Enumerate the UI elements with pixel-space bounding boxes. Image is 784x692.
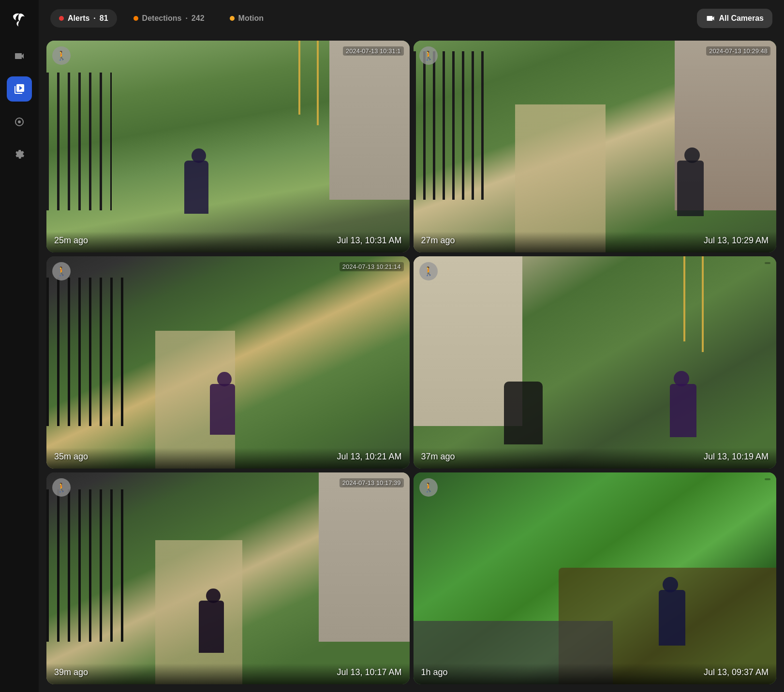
motion-label: Motion	[238, 14, 264, 23]
motion-dot	[230, 16, 235, 21]
person-detection-badge-4: 🚶	[419, 262, 438, 280]
person-detection-badge-6: 🚶	[419, 478, 438, 497]
person-body-5	[199, 601, 224, 653]
camera-icon	[706, 14, 715, 23]
detections-label: Detections	[142, 14, 182, 23]
card-2-background	[414, 41, 777, 252]
card-4-overlay-bottom: 37m ago Jul 13, 10:19 AM	[414, 448, 777, 469]
person-body-2	[677, 161, 704, 216]
sidebar-item-cameras[interactable]	[7, 44, 32, 69]
detections-separator: ·	[185, 14, 187, 23]
person-head-4	[674, 371, 689, 386]
card-6-top-timestamp	[765, 478, 770, 480]
card-3-top-timestamp: 2024-07-13 10:21:14	[340, 262, 404, 271]
dark-object	[504, 382, 543, 444]
card-5-overlay-top: 🚶 2024-07-13 10:17:39	[46, 472, 410, 497]
house-wall-5	[319, 472, 410, 642]
card-6-full-timestamp: Jul 13, 09:37 AM	[704, 667, 769, 677]
sidebar-item-recordings[interactable]	[7, 76, 32, 102]
person-head-3	[217, 372, 232, 386]
card-2-time-ago: 27m ago	[421, 236, 455, 246]
card-3-full-timestamp: Jul 13, 10:21 AM	[337, 452, 401, 462]
video-card-5[interactable]: 🚶 2024-07-13 10:17:39 39m ago Jul 13, 10…	[46, 472, 410, 684]
card-4-time-ago: 37m ago	[421, 452, 455, 462]
person-body-6	[659, 590, 685, 646]
main-content: Alerts · 81 Detections · 242 Motion All …	[39, 0, 784, 692]
card-1-top-timestamp: 2024-07-13 10:31:1	[343, 46, 403, 56]
card-1-background	[46, 41, 410, 252]
card-5-time-ago: 39m ago	[54, 667, 88, 677]
sidebar	[0, 0, 39, 692]
card-3-overlay-top: 🚶 2024-07-13 10:21:14	[46, 256, 410, 280]
alerts-separator: ·	[93, 14, 95, 23]
video-card-2[interactable]: 🚶 2024-07-13 10:29:48 27m ago Jul 13, 10…	[414, 41, 777, 252]
person-body-3	[210, 384, 235, 435]
video-card-1[interactable]: 🚶 2024-07-13 10:31:1 25m ago Jul 13, 10:…	[46, 41, 410, 252]
card-6-overlay-bottom: 1h ago Jul 13, 09:37 AM	[414, 663, 777, 684]
card-3-overlay-bottom: 35m ago Jul 13, 10:21 AM	[46, 448, 410, 469]
video-card-4[interactable]: 🚶 37m ago Jul 13, 10:19 AM	[414, 256, 777, 468]
detections-filter-button[interactable]: Detections · 242	[125, 9, 213, 28]
detections-dot	[133, 16, 138, 21]
card-6-background	[414, 472, 777, 684]
card-1-overlay-bottom: 25m ago Jul 13, 10:31 AM	[46, 232, 410, 252]
person-detection-badge-3: 🚶	[52, 262, 71, 280]
path	[515, 104, 606, 253]
alerts-label: Alerts	[68, 14, 89, 23]
card-3-background	[46, 256, 410, 468]
card-4-overlay-top: 🚶	[414, 256, 777, 280]
video-card-3[interactable]: 🚶 2024-07-13 10:21:14 35m ago Jul 13, 10…	[46, 256, 410, 468]
card-4-full-timestamp: Jul 13, 10:19 AM	[704, 452, 769, 462]
video-grid: 🚶 2024-07-13 10:31:1 25m ago Jul 13, 10:…	[39, 37, 784, 692]
card-5-overlay-bottom: 39m ago Jul 13, 10:17 AM	[46, 663, 410, 684]
card-5-background	[46, 472, 410, 684]
video-card-6[interactable]: 🚶 1h ago Jul 13, 09:37 AM	[414, 472, 777, 684]
alerts-filter-button[interactable]: Alerts · 81	[50, 9, 117, 28]
topbar: Alerts · 81 Detections · 242 Motion All …	[39, 0, 784, 37]
sidebar-item-detections[interactable]	[7, 109, 32, 134]
card-1-full-timestamp: Jul 13, 10:31 AM	[337, 236, 401, 246]
fence-3	[46, 278, 126, 426]
card-1-time-ago: 25m ago	[54, 236, 88, 246]
alerts-count: 81	[100, 14, 108, 23]
detections-count: 242	[192, 14, 205, 23]
card-2-top-timestamp: 2024-07-13 10:29:48	[706, 46, 770, 56]
all-cameras-label: All Cameras	[719, 14, 764, 23]
fence-5	[46, 489, 126, 642]
person-detection-badge-5: 🚶	[52, 478, 71, 497]
person-body	[184, 161, 208, 214]
sidebar-item-settings[interactable]	[7, 142, 32, 167]
svg-point-1	[18, 120, 21, 123]
card-3-time-ago: 35m ago	[54, 452, 88, 462]
card-6-time-ago: 1h ago	[421, 667, 448, 677]
person-detection-badge: 🚶	[52, 46, 71, 65]
card-2-overlay-top: 🚶 2024-07-13 10:29:48	[414, 41, 777, 65]
card-1-overlay-top: 🚶 2024-07-13 10:31:1	[46, 41, 410, 65]
fence	[46, 73, 112, 210]
card-4-background	[414, 256, 777, 468]
card-4-top-timestamp	[765, 262, 770, 264]
alerts-dot	[59, 16, 64, 21]
all-cameras-button[interactable]: All Cameras	[697, 9, 773, 28]
motion-filter-button[interactable]: Motion	[221, 9, 272, 28]
card-2-overlay-bottom: 27m ago Jul 13, 10:29 AM	[414, 232, 777, 252]
app-logo	[9, 10, 30, 31]
person-body-4	[670, 384, 696, 437]
person-detection-badge-2: 🚶	[419, 46, 438, 65]
card-6-overlay-top: 🚶	[414, 472, 777, 497]
fence-2	[414, 51, 486, 200]
card-2-full-timestamp: Jul 13, 10:29 AM	[704, 236, 769, 246]
card-5-full-timestamp: Jul 13, 10:17 AM	[337, 667, 401, 677]
card-5-top-timestamp: 2024-07-13 10:17:39	[340, 478, 404, 487]
